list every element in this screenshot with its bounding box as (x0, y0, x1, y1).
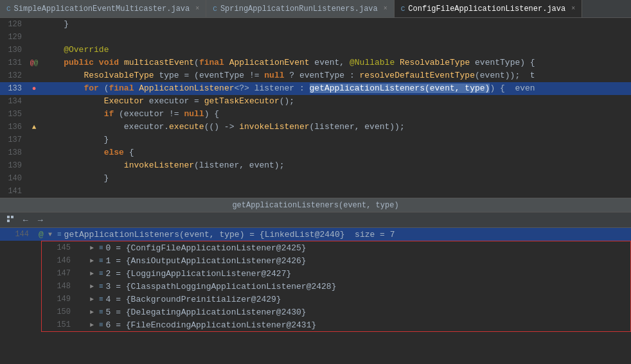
line-num-135: 135 (0, 110, 27, 119)
line-content-130: @Override (41, 44, 631, 56)
expand-icon-1[interactable]: ► (90, 257, 96, 264)
code-line-137: 137 } (0, 134, 631, 146)
tab-config-file[interactable]: C ConfigFileApplicationListener.java × (395, 0, 582, 17)
line-content-136: executor.execute(() -> invokeListener(li… (41, 121, 631, 134)
line-num-136: 136 (0, 123, 27, 132)
code-line-133: 133 ● for (final ApplicationListener<?> … (0, 82, 631, 95)
tab-icon-2: C (213, 5, 217, 13)
code-line-134: 134 Executor executor = getTaskExecutor(… (0, 95, 631, 108)
debug-var-row-3[interactable]: 148 ► ≡ 3 = {ClasspathLoggingApplication… (42, 280, 630, 293)
debug-line-num-149: 149 (49, 295, 76, 304)
debug-var-row-1[interactable]: 146 ► ≡ 1 = {AnsiOutputApplicationListen… (42, 254, 630, 267)
debug-var-row-main[interactable]: 144 @ ▼ ≡ getApplicationListeners(event,… (0, 228, 631, 241)
line-num-139: 139 (0, 161, 27, 170)
debug-list-outline: 145 ► ≡ 0 = {ConfigFileApplicationListen… (41, 241, 631, 332)
line-num-128: 128 (0, 20, 27, 29)
line-content-131: public void multicastEvent(final Applica… (41, 56, 631, 69)
debug-var-row-0[interactable]: 145 ► ≡ 0 = {ConfigFileApplicationListen… (42, 241, 630, 254)
line-num-130: 130 (0, 46, 27, 55)
expand-icon-2[interactable]: ► (90, 270, 96, 277)
tab-icon-1: C (6, 5, 11, 13)
line-num-131: 131 (0, 58, 27, 67)
code-section: 128 } 129 130 @Override 131 @ @ public v… (0, 18, 631, 198)
debug-line-num-145: 145 (49, 243, 76, 252)
code-line-139: 139 invokeListener(listener, event); (0, 159, 631, 172)
tab-close-3[interactable]: × (571, 5, 575, 12)
tab-label-1: SimpleApplicationEventMulticaster.java (14, 4, 190, 13)
debug-toolbar: ← → (0, 212, 631, 228)
debug-line-num-148: 148 (49, 282, 76, 291)
var-icon-4: ≡ (99, 295, 103, 303)
editor-area: 128 } 129 130 @Override 131 @ @ public v… (0, 18, 631, 364)
debug-gutter-144: @ (34, 230, 48, 239)
var-icon-1: ≡ (99, 257, 103, 264)
code-line-130: 130 @Override (0, 44, 631, 56)
debug-line-num-144: 144 (7, 230, 34, 239)
tab-simple-application[interactable]: C SimpleApplicationEventMulticaster.java… (0, 0, 206, 17)
code-line-131: 131 @ @ public void multicastEvent(final… (0, 56, 631, 69)
code-line-140: 140 } (0, 172, 631, 185)
code-line-132: 132 ResolvableType type = (eventType != … (0, 69, 631, 82)
debug-var-row-2[interactable]: 147 ► ≡ 2 = {LoggingApplicationListener@… (42, 267, 630, 280)
debug-panel: getApplicationListeners(event, type) ← →… (0, 198, 631, 364)
var-key-3: 3 = {ClasspathLoggingApplicationListener… (106, 282, 337, 291)
debug-run-arrow: @ (39, 230, 44, 239)
expand-icon-main[interactable]: ▼ (48, 231, 55, 238)
tab-spring-application[interactable]: C SpringApplicationRunListeners.java × (206, 0, 394, 17)
debug-line-num-150: 150 (49, 308, 76, 316)
debug-var-row-4[interactable]: 149 ► ≡ 4 = {BackgroundPreinitializer@24… (42, 293, 630, 306)
var-icon-0: ≡ (99, 244, 103, 252)
code-line-141: 141 (0, 185, 631, 198)
svg-rect-2 (7, 220, 10, 222)
line-content-141 (41, 185, 631, 198)
line-content-135: if (executor != null) { (41, 108, 631, 121)
line-num-132: 132 (0, 71, 27, 80)
var-key-2: 2 = {LoggingApplicationListener@2427} (106, 269, 292, 279)
debug-line-num-147: 147 (49, 269, 76, 278)
line-num-133: 133 (0, 84, 27, 93)
expand-icon-4[interactable]: ► (90, 296, 96, 303)
debug-header: getApplicationListeners(event, type) (0, 198, 631, 212)
line-content-133: for (final ApplicationListener<?> listen… (41, 82, 631, 95)
error-breakpoint-icon: ● (32, 85, 37, 92)
debug-header-text: getApplicationListeners(event, type) (232, 201, 398, 210)
debug-variables-list[interactable]: 144 @ ▼ ≡ getApplicationListeners(event,… (0, 228, 631, 364)
var-icon-5: ≡ (99, 308, 103, 316)
tab-close-2[interactable]: × (384, 5, 387, 12)
pin-button[interactable] (4, 214, 17, 226)
line-content-137: } (41, 134, 631, 146)
code-line-129: 129 (0, 31, 631, 44)
svg-rect-1 (11, 216, 13, 218)
var-icon-2: ≡ (99, 270, 103, 277)
run-icon: @ (34, 59, 39, 67)
forward-button[interactable]: → (34, 214, 46, 225)
tab-label-2: SpringApplicationRunListeners.java (220, 4, 378, 13)
debug-line-num-146: 146 (49, 256, 76, 265)
back-button[interactable]: ← (19, 214, 31, 225)
gutter-133: ● (27, 85, 41, 92)
var-key-1: 1 = {AnsiOutputApplicationListener@2426} (106, 256, 307, 266)
code-line-138: 138 else { (0, 146, 631, 159)
debug-var-row-6[interactable]: 151 ► ≡ 6 = {FileEncodingApplicationList… (42, 318, 630, 331)
gutter-136: ▲ (27, 123, 41, 131)
var-key-5: 5 = {DelegatingApplicationListener@2430} (106, 308, 307, 317)
tab-icon-3: C (401, 5, 405, 13)
expand-icon-0[interactable]: ► (90, 245, 96, 252)
var-icon-6: ≡ (99, 321, 103, 329)
line-num-137: 137 (0, 135, 27, 144)
gutter-131: @ @ (27, 59, 41, 67)
var-key-main: getApplicationListeners(event, type) = {… (64, 230, 395, 239)
expand-icon-3[interactable]: ► (90, 283, 96, 290)
line-num-134: 134 (0, 97, 27, 106)
line-content-138: else { (41, 146, 631, 159)
svg-rect-0 (7, 216, 10, 218)
line-content-128: } (41, 18, 631, 31)
expand-icon-6[interactable]: ► (90, 322, 96, 329)
code-line-128: 128 } (0, 18, 631, 31)
debug-var-row-5[interactable]: 150 ► ≡ 5 = {DelegatingApplicationListen… (42, 306, 630, 318)
debug-line-num-151: 151 (49, 320, 76, 329)
expand-icon-5[interactable]: ► (90, 309, 96, 316)
var-icon-3: ≡ (99, 282, 103, 290)
line-num-129: 129 (0, 33, 27, 42)
tab-close-1[interactable]: × (195, 5, 199, 12)
